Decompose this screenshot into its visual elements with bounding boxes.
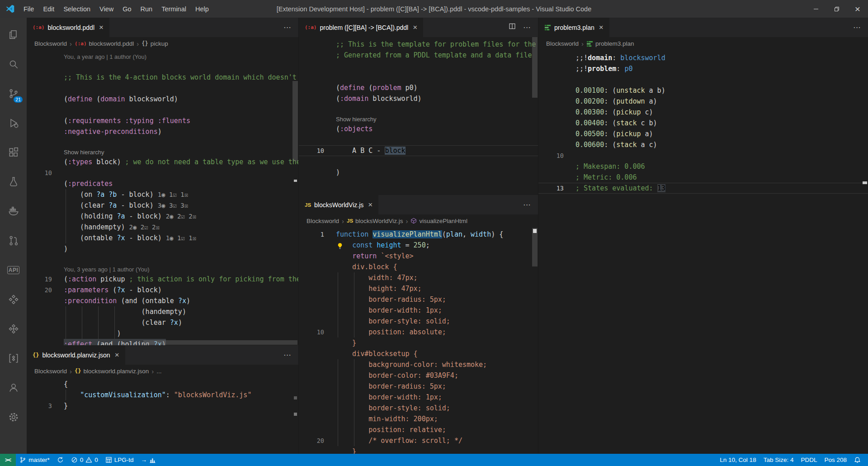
close-button[interactable]: × <box>847 0 868 18</box>
breadcrumb-item[interactable]: ... <box>156 368 161 375</box>
code-token: define <box>340 84 364 92</box>
scm-badge: 21 <box>14 96 23 103</box>
line-number <box>27 222 58 233</box>
vertical-scrollbar[interactable] <box>532 228 538 266</box>
breadcrumb-item[interactable]: problem3.plan <box>586 40 634 47</box>
close-icon[interactable]: × <box>115 351 119 360</box>
line-number <box>27 390 58 400</box>
breadcrumb-item[interactable]: Blocksworld <box>34 40 67 47</box>
breadcrumb-item[interactable]: visualizePlanHtml <box>410 218 467 224</box>
code-editor-problem[interactable]: ;; This is the template for problem file… <box>299 37 538 195</box>
tab-right[interactable]: problem3.plan× <box>538 18 609 37</box>
line-number <box>299 283 330 294</box>
code-line <box>27 61 298 72</box>
notifications-bell[interactable] <box>850 454 864 466</box>
horizontal-scrollbar[interactable] <box>143 340 297 345</box>
code-line <box>299 134 538 145</box>
vertical-scrollbar[interactable] <box>532 37 538 98</box>
tab-mid_bottom[interactable]: JSblocksWorldViz.js× <box>299 195 378 214</box>
line-number <box>27 317 58 328</box>
menu-file[interactable]: File <box>19 5 38 13</box>
line-number <box>299 167 330 178</box>
line-number <box>27 379 58 390</box>
code-line: 0.00100: (unstack a b) <box>538 85 868 96</box>
code-editor-domain[interactable]: You, a year ago | 1 author (You);; This … <box>27 50 298 345</box>
breadcrumb-item[interactable]: {}pickup <box>142 40 168 47</box>
breadcrumb-item[interactable]: JSblocksWorldViz.js <box>347 218 403 224</box>
restore-button[interactable] <box>826 0 847 18</box>
code-token: - block) <box>125 212 165 220</box>
breadcrumb-item[interactable]: {}blocksworld.planviz.json <box>75 368 149 375</box>
menu-help[interactable]: Help <box>191 5 213 13</box>
code-token: stack <box>616 141 637 149</box>
indent-guide <box>338 424 370 435</box>
code-token: domain <box>588 54 612 62</box>
language-mode[interactable]: PDDL <box>797 454 821 466</box>
activity-accounts[interactable] <box>0 373 27 402</box>
menu-edit[interactable]: Edit <box>38 5 59 13</box>
activity-test-explorer[interactable] <box>0 167 27 196</box>
activity-pull-requests[interactable] <box>0 226 27 255</box>
code-editor-plan[interactable]: ;;!domain: blocksworld;;!problem: p00.00… <box>538 50 868 454</box>
activity-docker[interactable] <box>0 196 27 226</box>
code-token: a) <box>645 97 657 105</box>
close-icon[interactable]: × <box>99 23 104 32</box>
close-icon[interactable]: × <box>599 23 604 32</box>
code-editor-viz-js[interactable]: 1function visualizePlanHtml(plan, width)… <box>299 227 538 454</box>
minimize-button[interactable] <box>806 0 826 18</box>
code-token: c b) <box>637 119 657 127</box>
activity-explorer[interactable] <box>0 20 27 49</box>
code-token: ;; This is the 4-action blocks world dom… <box>64 73 298 81</box>
more-actions-button[interactable]: ··· <box>523 200 531 209</box>
remote-indicator[interactable]: >< <box>0 454 16 466</box>
sync-button[interactable] <box>53 454 67 466</box>
codelens-link[interactable]: Show hierarchy <box>64 148 104 157</box>
more-actions-button[interactable]: ··· <box>283 23 291 32</box>
menu-go[interactable]: Go <box>118 5 136 13</box>
tab-left_bottom[interactable]: {}blocksworld.planviz.json× <box>27 345 125 365</box>
viz-button[interactable]: → <box>137 454 160 466</box>
activity-pddl-planning-2[interactable] <box>0 314 27 343</box>
cursor-position[interactable]: Ln 10, Col 18 <box>716 454 760 466</box>
codelens-link[interactable]: Show hierarchy <box>336 115 377 124</box>
code-editor-planviz-json[interactable]: { "customVisualization": "blocksWorldViz… <box>27 377 298 454</box>
activity-run-and-debug[interactable] <box>0 108 27 138</box>
more-actions-button[interactable]: ··· <box>283 351 291 360</box>
activity-rest-client[interactable]: API <box>0 255 27 285</box>
close-icon[interactable]: × <box>413 23 417 32</box>
code-token: ( <box>64 95 68 103</box>
menu-view[interactable]: View <box>95 5 118 13</box>
activity-pddl-planning-1[interactable] <box>0 285 27 314</box>
vertical-scrollbar[interactable] <box>292 81 298 161</box>
menu-run[interactable]: Run <box>136 5 157 13</box>
activity-search[interactable] <box>0 49 27 79</box>
activity-manage[interactable] <box>0 402 27 432</box>
tab-mid_top[interactable]: (:a)problem ([C][BA] -> [BCA]).pddl× <box>299 18 423 37</box>
close-icon[interactable]: × <box>368 200 373 209</box>
breadcrumb-item[interactable]: Blocksworld <box>34 368 67 375</box>
activity-pddl-planning-3[interactable] <box>0 343 27 373</box>
position-indicator[interactable]: Pos 208 <box>821 454 850 466</box>
tab-size[interactable]: Tab Size: 4 <box>760 454 797 466</box>
menu-selection[interactable]: Selection <box>59 5 95 13</box>
planner-status[interactable]: LPG-td <box>102 454 137 466</box>
code-token: p0 <box>624 65 632 73</box>
code-token: :negative-preconditions <box>64 128 158 136</box>
breadcrumb-item[interactable]: Blocksworld <box>307 218 339 224</box>
breadcrumb-item[interactable]: Blocksworld <box>546 40 579 47</box>
branch-status[interactable]: master* <box>16 454 53 466</box>
split-editor-button[interactable] <box>509 23 516 32</box>
code-line: (handempty) 2◉ 2☑ 2☒ <box>27 222 298 233</box>
activity-extensions[interactable] <box>0 138 27 167</box>
breadcrumb-item[interactable]: (:a)blocksworld.pddl <box>75 40 134 47</box>
indent-guide <box>66 222 82 233</box>
more-actions-button[interactable]: ··· <box>523 23 531 32</box>
activity-source-control[interactable]: 21 <box>0 79 27 108</box>
menu-terminal[interactable]: Terminal <box>157 5 191 13</box>
code-token: ; Makespan: 0.006 <box>576 162 645 171</box>
code-line: min-width: 200px; <box>299 414 538 424</box>
line-number <box>538 128 570 139</box>
tab-left_top[interactable]: (:a)blocksworld.pddl× <box>27 18 109 37</box>
problems-status[interactable]: 00 <box>67 454 102 466</box>
more-actions-button[interactable]: ··· <box>853 23 861 32</box>
